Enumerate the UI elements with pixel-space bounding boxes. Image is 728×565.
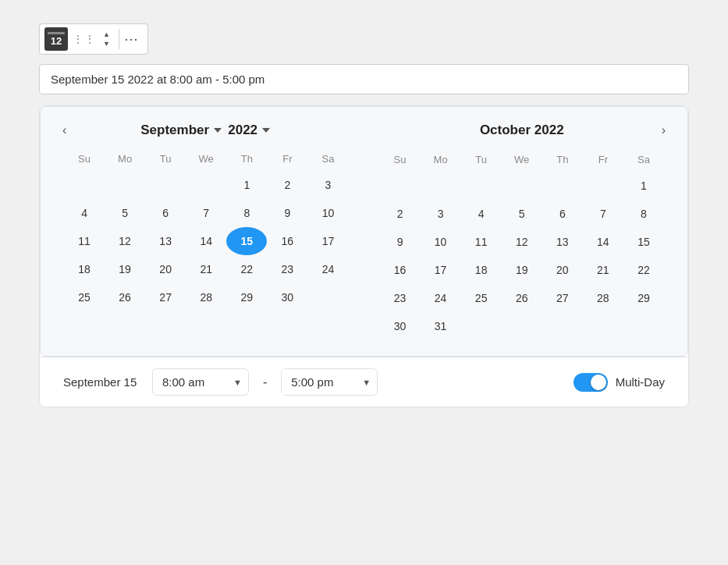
- calendar-day[interactable]: 19: [502, 256, 542, 284]
- calendar-day[interactable]: 3: [307, 171, 348, 199]
- right-calendar: October 2022 › Su Mo Tu We Th Fr: [380, 123, 665, 340]
- calendar-day[interactable]: 16: [267, 227, 307, 255]
- calendar-day: [461, 172, 502, 200]
- multiday-label: Multi-Day: [616, 375, 665, 389]
- calendar-day[interactable]: 21: [583, 256, 623, 284]
- calendar-day[interactable]: 28: [186, 283, 226, 311]
- calendar-day[interactable]: 22: [226, 255, 267, 283]
- calendar-day[interactable]: 27: [542, 284, 583, 312]
- month-select[interactable]: January February March April May June Ju…: [140, 123, 223, 137]
- weekday-su: Su: [380, 151, 421, 172]
- left-calendar: ‹ January February March April May June …: [64, 123, 349, 340]
- calendar-day[interactable]: 11: [64, 227, 105, 255]
- calendar-day[interactable]: 22: [623, 256, 664, 284]
- start-time-select[interactable]: 12:00 am 1:00 am 2:00 am 3:00 am 4:00 am…: [153, 369, 233, 395]
- calendar-day[interactable]: 23: [267, 255, 307, 283]
- calendar-day[interactable]: 13: [145, 227, 186, 255]
- calendar-day[interactable]: 15: [623, 228, 664, 256]
- calendar-day[interactable]: 6: [145, 199, 186, 227]
- calendar-day[interactable]: 29: [623, 284, 664, 312]
- calendar-day: [145, 171, 186, 199]
- calendar-day[interactable]: 26: [502, 284, 542, 312]
- calendar-day[interactable]: 20: [145, 255, 186, 283]
- calendar-day[interactable]: 4: [461, 200, 502, 228]
- calendar-day[interactable]: 26: [105, 283, 145, 311]
- calendar-day[interactable]: 19: [105, 255, 145, 283]
- calendar-day[interactable]: 28: [583, 284, 623, 312]
- calendar-day[interactable]: 4: [64, 199, 105, 227]
- calendar-day[interactable]: 23: [380, 284, 421, 312]
- calendar-day[interactable]: 27: [145, 283, 186, 311]
- calendar-day[interactable]: 30: [380, 312, 421, 340]
- calendar-day[interactable]: 8: [623, 200, 664, 228]
- start-time-arrow-icon: ▼: [233, 371, 248, 393]
- end-time-panel: 12:00 am 1:00 am 2:00 am 3:00 am 4:00 am…: [281, 368, 378, 396]
- calendar-day[interactable]: 13: [542, 228, 583, 256]
- calendar-day[interactable]: 10: [421, 228, 461, 256]
- calendar-day[interactable]: 2: [267, 171, 307, 199]
- weekday-mo: Mo: [105, 150, 145, 171]
- calendar-day[interactable]: 14: [186, 227, 226, 255]
- weekday-su: Su: [64, 150, 105, 171]
- weekday-th: Th: [542, 151, 583, 172]
- calendar-day[interactable]: 7: [583, 200, 623, 228]
- start-time-panel: 12:00 am 1:00 am 2:00 am 3:00 am 4:00 am…: [152, 368, 249, 396]
- calendar-day[interactable]: 17: [421, 256, 461, 284]
- calendar-day[interactable]: 15: [226, 227, 267, 255]
- prev-month-button[interactable]: ‹: [56, 120, 73, 140]
- multiday-toggle[interactable]: [574, 373, 608, 392]
- next-month-button[interactable]: ›: [655, 120, 672, 140]
- weekday-mo: Mo: [421, 151, 461, 172]
- calendar-day[interactable]: 8: [226, 199, 267, 227]
- weekday-tu: Tu: [145, 150, 186, 171]
- calendar-day[interactable]: 5: [105, 199, 145, 227]
- calendar-day[interactable]: 30: [267, 283, 307, 311]
- spin-down-button[interactable]: ▼: [101, 40, 112, 48]
- calendar-day: [186, 171, 226, 199]
- calendar-day[interactable]: 17: [307, 227, 348, 255]
- drag-handle-icon[interactable]: ⋮⋮: [73, 33, 96, 45]
- calendar-day[interactable]: 14: [583, 228, 623, 256]
- right-cal-header: October 2022 ›: [380, 123, 665, 138]
- calendar-day[interactable]: 21: [186, 255, 226, 283]
- calendar-day[interactable]: 18: [64, 255, 105, 283]
- calendar-day: [380, 172, 421, 200]
- calendar-day[interactable]: 24: [307, 255, 348, 283]
- calendar-day[interactable]: 5: [502, 200, 542, 228]
- spin-up-button[interactable]: ▲: [101, 30, 112, 39]
- calendar-day[interactable]: 11: [461, 228, 502, 256]
- date-display-input[interactable]: [39, 64, 689, 94]
- calendar-day: [542, 172, 583, 200]
- date-widget: 12 ⋮⋮ ▲ ▼ ⋯: [39, 23, 148, 55]
- calendar-day[interactable]: 9: [267, 199, 307, 227]
- calendar-day[interactable]: 24: [421, 284, 461, 312]
- calendar-day[interactable]: 1: [226, 171, 267, 199]
- calendar-day[interactable]: 16: [380, 256, 421, 284]
- weekday-fr: Fr: [267, 150, 307, 171]
- year-select[interactable]: 2020 2021 2022 2023 2024: [228, 123, 272, 137]
- end-time-select[interactable]: 12:00 am 1:00 am 2:00 am 3:00 am 4:00 am…: [282, 369, 362, 395]
- calendar-day: [105, 171, 145, 199]
- calendar-day[interactable]: 29: [226, 283, 267, 311]
- calendar-day[interactable]: 31: [421, 312, 461, 340]
- calendar-day[interactable]: 25: [64, 283, 105, 311]
- calendar-day[interactable]: 20: [542, 256, 583, 284]
- calendar-day[interactable]: 12: [105, 227, 145, 255]
- calendar-day: [583, 312, 623, 340]
- calendar-icon: 12: [44, 27, 68, 51]
- calendar-day[interactable]: 18: [461, 256, 502, 284]
- more-options-button[interactable]: ⋯: [119, 29, 143, 49]
- calendar-day[interactable]: 1: [623, 172, 664, 200]
- calendar-day[interactable]: 2: [380, 200, 421, 228]
- calendar-day[interactable]: 6: [542, 200, 583, 228]
- calendar-day: [64, 171, 105, 199]
- calendar-day[interactable]: 25: [461, 284, 502, 312]
- calendar-day[interactable]: 7: [186, 199, 226, 227]
- calendar-day: [461, 312, 502, 340]
- calendar-day[interactable]: 12: [502, 228, 542, 256]
- toggle-knob: [591, 375, 606, 390]
- calendar-day[interactable]: 3: [421, 200, 461, 228]
- calendar-day[interactable]: 9: [380, 228, 421, 256]
- calendars-row: ‹ January February March April May June …: [64, 123, 664, 340]
- calendar-day[interactable]: 10: [307, 199, 348, 227]
